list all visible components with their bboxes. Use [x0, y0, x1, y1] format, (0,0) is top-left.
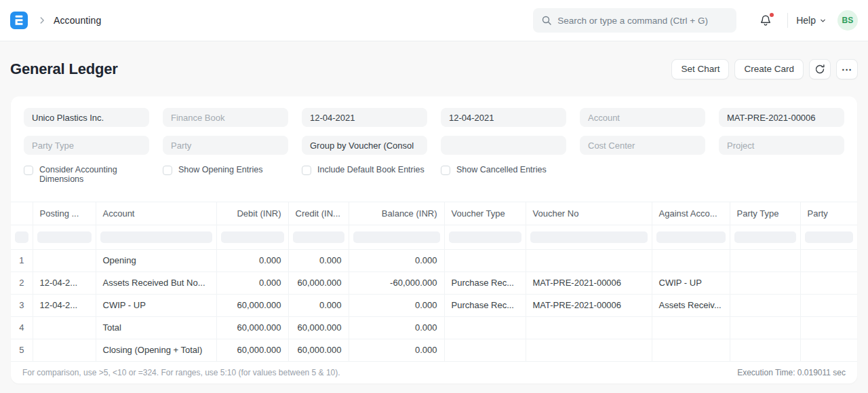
party-type-filter[interactable] [24, 136, 149, 155]
table-cell[interactable]: Assets Receiv... [652, 294, 730, 316]
column-filter-input[interactable] [15, 231, 28, 243]
cost-center-filter[interactable] [580, 136, 705, 155]
table-cell[interactable]: 0.000 [216, 272, 288, 294]
set-chart-button[interactable]: Set Chart [671, 59, 729, 79]
user-avatar[interactable]: BS [837, 10, 858, 31]
global-search[interactable] [533, 8, 736, 33]
checkbox-include-default-book-entries[interactable]: Include Default Book Entries [302, 166, 441, 185]
table-cell[interactable] [526, 316, 652, 339]
column-filter-input[interactable] [656, 231, 726, 243]
table-cell[interactable]: Assets Received But No... [96, 272, 216, 294]
company-filter[interactable] [24, 108, 149, 127]
column-filter-input[interactable] [734, 231, 796, 243]
table-cell[interactable]: 60,000.000 [216, 294, 288, 316]
table-cell[interactable]: Opening [96, 249, 216, 272]
checkbox-show-opening-entries[interactable]: Show Opening Entries [163, 166, 302, 185]
table-cell[interactable]: 0.000 [349, 339, 444, 361]
column-header-debit[interactable]: Debit (INR) [216, 202, 288, 225]
table-cell[interactable]: 0.000 [349, 294, 444, 316]
from-date-filter[interactable] [302, 108, 427, 127]
to-date-filter[interactable] [441, 108, 566, 127]
table-cell[interactable] [33, 249, 96, 272]
table-cell[interactable] [800, 294, 857, 316]
table-cell[interactable] [730, 249, 800, 272]
refresh-button[interactable] [809, 59, 831, 79]
column-header-voucher-type[interactable]: Voucher Type [444, 202, 526, 225]
column-filter-input[interactable] [221, 231, 284, 243]
party-filter[interactable] [163, 136, 288, 155]
table-cell[interactable] [33, 316, 96, 339]
checkbox-icon [163, 166, 172, 175]
table-cell[interactable]: 0.000 [349, 316, 444, 339]
help-menu[interactable]: Help [796, 15, 827, 26]
notifications-button[interactable] [757, 12, 774, 29]
table-cell[interactable]: 0.000 [288, 249, 349, 272]
empty-filter[interactable] [441, 136, 566, 155]
table-cell[interactable]: 60,000.000 [288, 272, 349, 294]
table-cell[interactable]: 60,000.000 [288, 339, 349, 361]
table-cell[interactable] [444, 316, 526, 339]
column-header-posting-date[interactable]: Posting ... [33, 202, 96, 225]
table-cell[interactable]: 0.000 [349, 249, 444, 272]
table-cell[interactable]: CWIP - UP [652, 272, 730, 294]
table-cell[interactable]: MAT-PRE-2021-00006 [526, 294, 652, 316]
table-cell[interactable]: Purchase Rec... [444, 294, 526, 316]
table-cell[interactable]: CWIP - UP [96, 294, 216, 316]
breadcrumb-link-accounting[interactable]: Accounting [54, 15, 101, 26]
group-by-filter[interactable] [302, 136, 427, 155]
table-cell[interactable] [730, 294, 800, 316]
table-cell[interactable] [800, 272, 857, 294]
column-header-party-type[interactable]: Party Type [730, 202, 800, 225]
table-cell[interactable]: 0.000 [288, 294, 349, 316]
table-cell[interactable] [33, 339, 96, 361]
menu-button[interactable]: ... [836, 59, 858, 79]
table-cell[interactable]: MAT-PRE-2021-00006 [526, 272, 652, 294]
table-cell[interactable]: Closing (Opening + Total) [96, 339, 216, 361]
app-logo[interactable] [10, 12, 28, 29]
table-cell[interactable] [800, 249, 857, 272]
table-cell[interactable]: 12-04-2... [33, 294, 96, 316]
table-cell[interactable]: 0.000 [216, 249, 288, 272]
column-filter-input[interactable] [100, 231, 212, 243]
table-cell[interactable] [526, 339, 652, 361]
table-cell[interactable] [652, 339, 730, 361]
checkbox-show-cancelled-entries[interactable]: Show Cancelled Entries [441, 166, 580, 185]
table-cell[interactable]: Total [96, 316, 216, 339]
column-filter-input[interactable] [293, 231, 344, 243]
column-filter-input[interactable] [353, 231, 440, 243]
column-filter-input[interactable] [805, 231, 854, 243]
table-cell[interactable] [652, 316, 730, 339]
column-header-credit[interactable]: Credit (IN... [288, 202, 349, 225]
table-cell[interactable] [730, 339, 800, 361]
table-cell[interactable] [730, 272, 800, 294]
search-input[interactable] [557, 16, 728, 26]
finance-book-filter[interactable] [163, 108, 288, 127]
column-filter-input[interactable] [530, 231, 648, 243]
ellipsis-icon: ... [842, 62, 852, 76]
project-filter[interactable] [719, 136, 844, 155]
account-filter[interactable] [580, 108, 705, 127]
column-filter-input[interactable] [449, 231, 521, 243]
column-header-against-account[interactable]: Against Acco... [652, 202, 730, 225]
table-cell[interactable] [526, 249, 652, 272]
column-header-account[interactable]: Account [96, 202, 216, 225]
table-cell[interactable]: -60,000.000 [349, 272, 444, 294]
create-card-button[interactable]: Create Card [734, 59, 804, 79]
table-cell[interactable] [800, 339, 857, 361]
table-cell[interactable]: 60,000.000 [216, 316, 288, 339]
checkbox-consider-accounting-dimensions[interactable]: Consider Accounting Dimensions [24, 166, 163, 185]
table-cell[interactable] [444, 339, 526, 361]
table-cell[interactable] [800, 316, 857, 339]
column-filter-input[interactable] [37, 231, 92, 243]
column-header-party[interactable]: Party [800, 202, 857, 225]
column-header-balance[interactable]: Balance (INR) [349, 202, 444, 225]
table-cell[interactable] [444, 249, 526, 272]
column-header-voucher-no[interactable]: Voucher No [526, 202, 652, 225]
voucher-no-filter[interactable] [719, 108, 844, 127]
table-cell[interactable]: 12-04-2... [33, 272, 96, 294]
table-cell[interactable] [730, 316, 800, 339]
table-cell[interactable]: Purchase Rec... [444, 272, 526, 294]
table-cell[interactable] [652, 249, 730, 272]
table-cell[interactable]: 60,000.000 [288, 316, 349, 339]
table-cell[interactable]: 60,000.000 [216, 339, 288, 361]
